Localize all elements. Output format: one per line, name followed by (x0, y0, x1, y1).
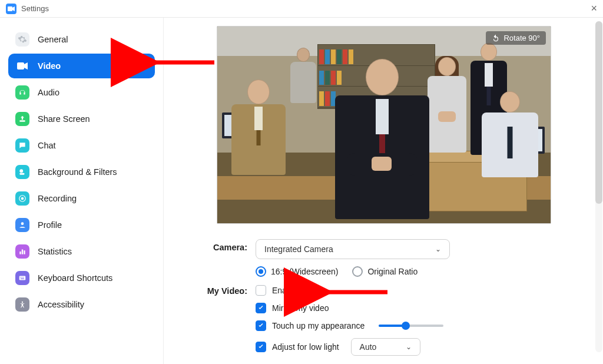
video-icon (15, 59, 29, 73)
sidebar-item-label: Recording (38, 194, 77, 203)
svg-rect-9 (22, 250, 23, 254)
video-preview: Rotate 90° (217, 26, 551, 224)
sidebar-item-label: Accessibility (38, 300, 84, 309)
app-icon (6, 4, 16, 14)
enable-hd-checkbox[interactable] (256, 285, 266, 296)
svg-rect-11 (19, 276, 26, 280)
sidebar-item-audio[interactable]: Audio (8, 80, 155, 105)
chevron-down-icon: ⌄ (435, 245, 441, 253)
sidebar-item-label: General (38, 35, 68, 44)
close-button[interactable]: × (591, 2, 597, 15)
title-bar: Settings × (0, 0, 603, 18)
settings-sidebar: General Video Audio Share Screen Chat (0, 18, 164, 364)
sidebar-item-recording[interactable]: Recording (8, 186, 155, 211)
svg-rect-8 (19, 252, 21, 254)
svg-point-16 (22, 302, 23, 303)
rotate-button[interactable]: Rotate 90° (486, 31, 546, 45)
sidebar-item-accessibility[interactable]: Accessibility (8, 292, 155, 317)
vertical-scrollbar[interactable] (595, 21, 602, 352)
svg-point-3 (19, 169, 23, 173)
radio-label: Original Ratio (367, 267, 418, 276)
low-light-mode-value: Auto (360, 342, 377, 352)
sidebar-item-general[interactable]: General (8, 27, 155, 52)
checkbox-label: Enable HD (272, 286, 312, 295)
checkbox-label: Mirror my video (272, 303, 329, 313)
video-preview-container: Rotate 90° (217, 26, 594, 224)
chat-icon (15, 138, 29, 153)
sidebar-item-chat[interactable]: Chat (8, 133, 155, 158)
headphones-icon (15, 85, 29, 100)
rotate-label: Rotate 90° (503, 34, 540, 42)
record-icon (15, 191, 29, 206)
keyboard-icon (15, 271, 29, 285)
camera-select[interactable]: Integrated Camera ⌄ (256, 239, 450, 259)
aspect-ratio-original-radio[interactable]: Original Ratio (352, 266, 418, 277)
low-light-mode-select[interactable]: Auto ⌄ (351, 338, 420, 356)
sidebar-item-profile[interactable]: Profile (8, 213, 155, 237)
chevron-down-icon: ⌄ (406, 343, 412, 351)
sidebar-item-keyboard-shortcuts[interactable]: Keyboard Shortcuts (8, 266, 155, 290)
sidebar-item-share-screen[interactable]: Share Screen (8, 107, 155, 131)
camera-label: Camera: (198, 239, 256, 252)
sidebar-item-label: Background & Filters (38, 167, 117, 177)
mirror-video-checkbox[interactable] (256, 303, 266, 313)
gear-icon (15, 32, 29, 47)
statistics-icon (15, 244, 29, 259)
radio-icon (256, 266, 266, 277)
sidebar-item-label: Chat (38, 141, 56, 150)
svg-point-6 (21, 197, 24, 200)
sidebar-item-background-filters[interactable]: Background & Filters (8, 160, 155, 184)
background-icon (15, 165, 29, 179)
svg-point-7 (21, 222, 24, 225)
touch-up-appearance-checkbox[interactable] (256, 320, 266, 331)
sidebar-item-video[interactable]: Video (8, 54, 155, 78)
sidebar-item-label: Share Screen (38, 114, 90, 124)
checkbox-label: Touch up my appearance (272, 321, 365, 330)
svg-rect-1 (17, 62, 24, 70)
settings-main-panel: Rotate 90° Camera: Integrated Camera ⌄ 1… (164, 18, 603, 364)
svg-rect-13 (22, 277, 22, 277)
rotate-icon (492, 34, 500, 42)
sidebar-item-statistics[interactable]: Statistics (8, 239, 155, 264)
radio-label: 16:9 (Widescreen) (271, 267, 338, 276)
profile-icon (15, 218, 29, 232)
svg-rect-14 (23, 277, 24, 277)
window-title: Settings (21, 4, 49, 13)
touch-up-slider[interactable] (379, 325, 443, 327)
aspect-ratio-16-9-radio[interactable]: 16:9 (Widescreen) (256, 266, 338, 277)
my-video-label: My Video: (198, 283, 256, 296)
sidebar-item-label: Statistics (38, 247, 72, 256)
accessibility-icon (15, 297, 29, 312)
video-settings-form: Camera: Integrated Camera ⌄ 16:9 (Widesc… (198, 239, 594, 356)
checkbox-label: Adjust for low light (272, 342, 339, 352)
adjust-low-light-checkbox[interactable] (256, 342, 266, 352)
camera-select-value: Integrated Camera (264, 244, 333, 254)
share-screen-icon (15, 112, 29, 126)
sidebar-item-label: Keyboard Shortcuts (38, 273, 112, 283)
sidebar-item-label: Audio (38, 88, 59, 97)
sidebar-item-label: Profile (38, 220, 62, 230)
svg-rect-15 (21, 279, 24, 279)
svg-rect-0 (8, 6, 12, 11)
sidebar-item-label: Video (38, 61, 61, 71)
svg-rect-2 (19, 120, 25, 121)
svg-rect-10 (24, 250, 25, 254)
radio-icon (352, 266, 363, 277)
svg-rect-4 (19, 173, 24, 175)
svg-rect-12 (21, 277, 21, 277)
